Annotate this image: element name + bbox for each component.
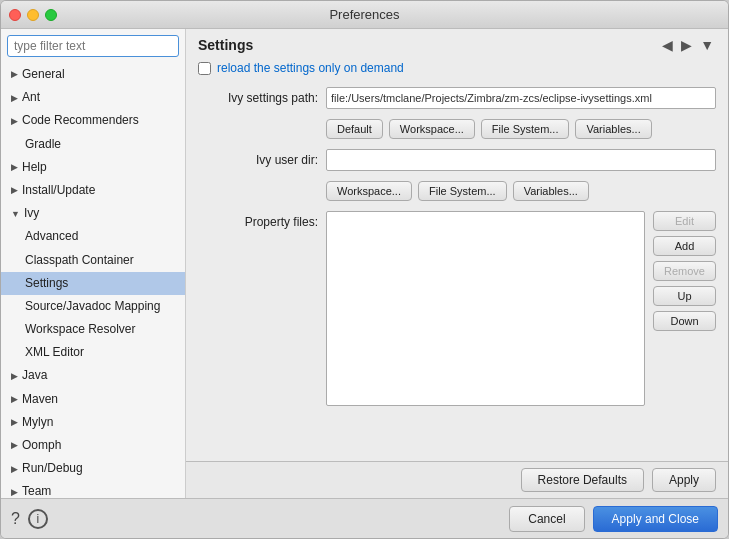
arrow-icon: ▼ [11, 207, 20, 221]
add-button[interactable]: Add [653, 236, 716, 256]
ivy-settings-input[interactable] [326, 87, 716, 109]
help-icon[interactable]: ? [11, 510, 20, 528]
sidebar-label: Settings [25, 274, 68, 293]
sidebar-label: Workspace Resolver [25, 320, 135, 339]
property-files-textarea[interactable] [326, 211, 645, 406]
ivy-settings-label: Ivy settings path: [198, 91, 318, 105]
nav-forward-icon[interactable]: ▶ [679, 37, 694, 53]
sidebar-label: Gradle [25, 135, 61, 154]
sidebar-label: XML Editor [25, 343, 84, 362]
checkbox-row: reload the settings only on demand [198, 61, 716, 75]
maximize-button[interactable] [45, 9, 57, 21]
ivy-user-row: Ivy user dir: [198, 149, 716, 171]
restore-defaults-button[interactable]: Restore Defaults [521, 468, 644, 492]
sidebar-item-install-update[interactable]: ▶ Install/Update [1, 179, 185, 202]
window-title: Preferences [329, 7, 399, 22]
sidebar-label: Mylyn [22, 413, 53, 432]
sidebar-item-xml-editor[interactable]: XML Editor [1, 341, 185, 364]
panel-header: Settings ◀ ▶ ▼ [186, 29, 728, 57]
sidebar-item-settings[interactable]: Settings [1, 272, 185, 295]
arrow-icon: ▶ [11, 392, 18, 406]
sidebar-item-workspace-resolver[interactable]: Workspace Resolver [1, 318, 185, 341]
sidebar-label: Classpath Container [25, 251, 134, 270]
sidebar-item-general[interactable]: ▶ General [1, 63, 185, 86]
variables1-button[interactable]: Variables... [575, 119, 651, 139]
sidebar-label: Advanced [25, 227, 78, 246]
checkbox-label: reload the settings only on demand [217, 61, 404, 75]
traffic-lights [9, 9, 57, 21]
variables2-button[interactable]: Variables... [513, 181, 589, 201]
nav-back-icon[interactable]: ◀ [660, 37, 675, 53]
arrow-icon: ▶ [11, 160, 18, 174]
right-panel: Settings ◀ ▶ ▼ reload the settings only … [186, 29, 728, 498]
sidebar-item-run-debug[interactable]: ▶ Run/Debug [1, 457, 185, 480]
main-content: ▶ General ▶ Ant ▶ Code Recommenders Grad… [1, 29, 728, 498]
ivy-settings-row: Ivy settings path: [198, 87, 716, 109]
arrow-icon: ▶ [11, 415, 18, 429]
arrow-icon: ▶ [11, 91, 18, 105]
info-icon[interactable]: i [28, 509, 48, 529]
sidebar-label: Java [22, 366, 47, 385]
sidebar-item-java[interactable]: ▶ Java [1, 364, 185, 387]
sidebar-item-team[interactable]: ▶ Team [1, 480, 185, 498]
sidebar-label: Oomph [22, 436, 61, 455]
footer-right: Cancel Apply and Close [509, 506, 718, 532]
close-button[interactable] [9, 9, 21, 21]
sidebar-label: Install/Update [22, 181, 95, 200]
arrow-icon: ▶ [11, 183, 18, 197]
ivy-user-input[interactable] [326, 149, 716, 171]
sidebar-item-help[interactable]: ▶ Help [1, 156, 185, 179]
ivy-user-label: Ivy user dir: [198, 153, 318, 167]
sidebar-item-ivy[interactable]: ▼ Ivy [1, 202, 185, 225]
file-system1-button[interactable]: File System... [481, 119, 570, 139]
action-bar: Restore Defaults Apply [186, 461, 728, 498]
sidebar-label: Run/Debug [22, 459, 83, 478]
sidebar-item-classpath-container[interactable]: Classpath Container [1, 249, 185, 272]
sidebar-label: Ant [22, 88, 40, 107]
workspace1-button[interactable]: Workspace... [389, 119, 475, 139]
apply-close-button[interactable]: Apply and Close [593, 506, 718, 532]
sidebar-item-oomph[interactable]: ▶ Oomph [1, 434, 185, 457]
arrow-icon: ▶ [11, 462, 18, 476]
footer-left: ? i [11, 509, 48, 529]
property-files-label: Property files: [198, 211, 318, 406]
workspace2-button[interactable]: Workspace... [326, 181, 412, 201]
default-button[interactable]: Default [326, 119, 383, 139]
minimize-button[interactable] [27, 9, 39, 21]
sidebar-label: Help [22, 158, 47, 177]
panel-title: Settings [198, 37, 253, 53]
cancel-button[interactable]: Cancel [509, 506, 584, 532]
tree-container: ▶ General ▶ Ant ▶ Code Recommenders Grad… [1, 61, 185, 498]
remove-button[interactable]: Remove [653, 261, 716, 281]
ivy-user-buttons: Workspace... File System... Variables... [326, 181, 716, 201]
sidebar-item-code-recommenders[interactable]: ▶ Code Recommenders [1, 109, 185, 132]
filter-input[interactable] [7, 35, 179, 57]
edit-button[interactable]: Edit [653, 211, 716, 231]
sidebar-item-gradle[interactable]: Gradle [1, 133, 185, 156]
reload-checkbox[interactable] [198, 62, 211, 75]
sidebar-item-advanced[interactable]: Advanced [1, 225, 185, 248]
sidebar-label: Source/Javadoc Mapping [25, 297, 160, 316]
sidebar-label: Team [22, 482, 51, 498]
up-button[interactable]: Up [653, 286, 716, 306]
sidebar-label: Ivy [24, 204, 39, 223]
arrow-icon: ▶ [11, 485, 18, 498]
arrow-icon: ▶ [11, 438, 18, 452]
sidebar-label: General [22, 65, 65, 84]
title-bar: Preferences [1, 1, 728, 29]
property-files-section: Property files: Edit Add Remove Up Down [198, 211, 716, 406]
panel-content: reload the settings only on demand Ivy s… [186, 57, 728, 461]
file-system2-button[interactable]: File System... [418, 181, 507, 201]
sidebar-item-ant[interactable]: ▶ Ant [1, 86, 185, 109]
ivy-settings-buttons: Default Workspace... File System... Vari… [326, 119, 716, 139]
down-button[interactable]: Down [653, 311, 716, 331]
arrow-icon: ▶ [11, 369, 18, 383]
property-files-buttons: Edit Add Remove Up Down [653, 211, 716, 406]
dropdown-icon[interactable]: ▼ [698, 37, 716, 53]
sidebar-item-source-javadoc[interactable]: Source/Javadoc Mapping [1, 295, 185, 318]
sidebar-label: Maven [22, 390, 58, 409]
footer-bar: ? i Cancel Apply and Close [1, 498, 728, 538]
apply-button[interactable]: Apply [652, 468, 716, 492]
sidebar-item-mylyn[interactable]: ▶ Mylyn [1, 411, 185, 434]
sidebar-item-maven[interactable]: ▶ Maven [1, 388, 185, 411]
